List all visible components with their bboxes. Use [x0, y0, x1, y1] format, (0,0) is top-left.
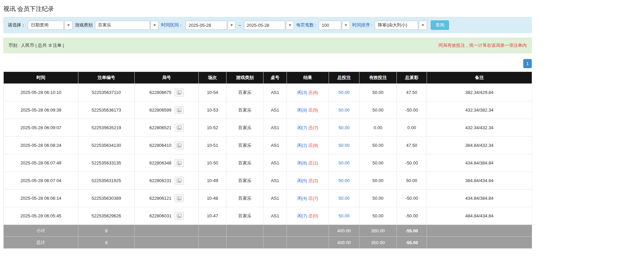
cell-round-id: 622806121 [135, 190, 199, 207]
cell-total-bet: 50.00 [329, 154, 359, 172]
total-bet-link[interactable]: 50.00 [338, 143, 350, 148]
date-from-input[interactable] [186, 21, 227, 30]
round-id-text: 622806521 [149, 125, 171, 130]
cell-total-bet: 50.00 [329, 84, 359, 101]
total-bet-link[interactable]: 50.00 [338, 213, 350, 218]
cell-payout: 50.00 [397, 172, 427, 190]
game-result-image-icon[interactable] [175, 159, 184, 167]
cell-payout: -50.00 [397, 207, 427, 225]
cell-payout: -50.00 [397, 101, 427, 119]
cell-valid-bet: 0.00 [359, 119, 397, 137]
cell-remark: 432.34/432.34 [427, 119, 532, 137]
cell-total-bet: 50.00 [329, 101, 359, 119]
footer-cell-round-id [135, 237, 199, 249]
total-bet-link[interactable]: 50.00 [338, 90, 350, 95]
cell-valid-bet: 50.00 [359, 207, 397, 225]
cell-bet-id: 522535636173 [78, 101, 135, 119]
pagination-page-1[interactable]: 1 [523, 59, 532, 68]
footer-cell-game-type [227, 237, 264, 249]
date-range-label: 时间区间： [161, 22, 183, 28]
cell-session: 10-47 [199, 207, 227, 225]
result-banker: 庄(0) [308, 213, 318, 218]
game-result-image-icon[interactable] [175, 177, 184, 184]
game-result-image-icon[interactable] [175, 212, 184, 220]
page-size-label: 每页笔数 : [296, 22, 316, 28]
game-result-image-icon[interactable] [175, 89, 184, 96]
footer-cell-session [199, 237, 227, 249]
chevron-down-icon [67, 24, 70, 26]
game-type-input[interactable] [95, 21, 150, 30]
page-size-dropdown-button[interactable] [342, 21, 350, 30]
cell-total-bet: 50.00 [329, 119, 359, 137]
cell-payout: 0.00 [397, 119, 427, 137]
cell-round-id: 622806521 [135, 119, 199, 137]
cell-time: 2025-05-28 06:07:04 [4, 172, 78, 190]
cell-valid-bet: 50.00 [359, 101, 397, 119]
date-to-input[interactable] [244, 21, 285, 30]
game-result-image-icon[interactable] [175, 194, 184, 202]
footer-cell-payout: -55.00 [397, 225, 427, 237]
footer-cell-session [199, 225, 227, 237]
game-result-image-icon[interactable] [175, 106, 184, 114]
game-result-image-icon[interactable] [175, 124, 184, 132]
result-player: 闲(8) [297, 108, 307, 113]
page-size-combobox [319, 21, 350, 30]
game-result-image-icon[interactable] [175, 141, 184, 149]
cell-result: 闲(8) 庄(1) [287, 154, 329, 172]
cell-remark: 384.84/432.34 [427, 137, 532, 154]
cell-table-no: AS1 [264, 207, 287, 225]
cell-result: 闲(2) 庄(8) [287, 137, 329, 154]
cell-round-id: 622806410 [135, 137, 199, 154]
round-id-text: 622806031 [149, 213, 171, 218]
game-type-dropdown-button[interactable] [151, 21, 159, 30]
cell-result: 闲(7) 庄(7) [287, 119, 329, 137]
search-button[interactable]: 查询 [431, 20, 449, 30]
round-id-wrap: 622806521 [149, 124, 183, 132]
total-bet-link[interactable]: 50.00 [338, 125, 350, 130]
result-banker: 庄(5) [308, 108, 318, 113]
result-banker: 庄(2) [308, 178, 318, 183]
result-player: 闲(4) [297, 196, 307, 201]
cell-time: 2025-05-28 06:09:39 [4, 101, 78, 119]
sort-order-input[interactable] [375, 21, 418, 30]
cell-game-type: 百家乐 [227, 84, 264, 101]
column-header-time: 时间 [4, 72, 78, 84]
table-row: 2025-05-28 06:07:49522535633135622806348… [4, 154, 532, 172]
cell-payout: 47.50 [397, 137, 427, 154]
date-from-dropdown-button[interactable] [228, 21, 236, 30]
cell-remark: 384.84/434.84 [427, 172, 532, 190]
sort-order-dropdown-button[interactable] [419, 21, 427, 30]
total-bet-link[interactable]: 50.00 [338, 178, 350, 183]
cell-table-no: AS1 [264, 137, 287, 154]
cell-bet-id: 522535630389 [78, 190, 135, 207]
cell-session: 10-51 [199, 137, 227, 154]
cell-game-type: 百家乐 [227, 172, 264, 190]
cell-bet-id: 522535635219 [78, 119, 135, 137]
chevron-down-icon [153, 24, 156, 26]
cell-remark: 484.84/434.84 [427, 207, 532, 225]
result-player: 闲(7) [297, 213, 307, 218]
cell-session: 10-52 [199, 119, 227, 137]
chevron-down-icon [230, 24, 233, 26]
summary-bar: 币别 : 人民币 | 总共 :8 注单 | 同局有效投注，统一计算在该局第一张注… [3, 38, 532, 53]
table-row: 2025-05-28 06:09:07522535635219622806521… [4, 119, 532, 137]
cell-valid-bet: 50.00 [359, 190, 397, 207]
query-type-dropdown-button[interactable] [64, 21, 73, 30]
total-bet-link[interactable]: 50.00 [338, 160, 350, 165]
cell-round-id: 622806675 [135, 84, 199, 101]
page-size-input[interactable] [319, 21, 341, 30]
cell-game-type: 百家乐 [227, 190, 264, 207]
cell-session: 10-50 [199, 154, 227, 172]
cell-bet-id: 522535633135 [78, 154, 135, 172]
result-banker: 庄(7) [308, 125, 318, 130]
chevron-down-icon [422, 24, 424, 26]
round-id-wrap: 622806675 [149, 89, 183, 96]
query-type-input[interactable] [28, 21, 64, 30]
result-banker: 庄(7) [308, 196, 318, 201]
date-to-dropdown-button[interactable] [286, 21, 294, 30]
footer-cell-table-no [264, 237, 287, 249]
round-id-text: 622806675 [149, 90, 171, 95]
total-bet-link[interactable]: 50.00 [338, 196, 350, 201]
round-id-wrap: 622806031 [149, 212, 183, 220]
total-bet-link[interactable]: 50.00 [338, 108, 350, 113]
